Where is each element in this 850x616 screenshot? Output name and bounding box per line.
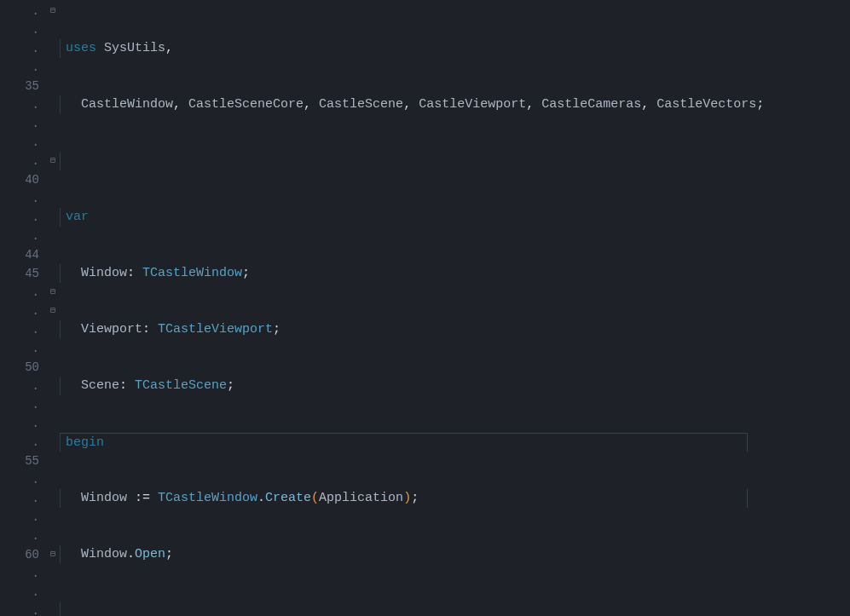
fold-column: ⊟ ⊟ ⊟ ⊟ ⊟ — [46, 0, 60, 616]
code-line[interactable]: begin — [60, 433, 748, 452]
line-number: . — [0, 227, 46, 245]
code-line[interactable]: var — [60, 208, 850, 227]
line-number: . — [0, 152, 46, 170]
line-number: . — [0, 470, 46, 489]
code-line[interactable]: CastleWindow, CastleSceneCore, CastleSce… — [60, 95, 850, 114]
line-number: . — [0, 414, 46, 433]
line-number: . — [0, 283, 46, 302]
line-number: . — [0, 95, 46, 114]
line-number: . — [0, 583, 46, 602]
line-number: . — [0, 602, 46, 616]
line-number: . — [0, 20, 46, 39]
line-number: 50 — [0, 358, 46, 377]
line-number: . — [0, 58, 46, 77]
line-number: 60 — [0, 545, 46, 564]
line-gutter: . . . . 35 . . . . 40 . . . 44 45 . . . … — [0, 0, 46, 616]
line-number: 55 — [0, 452, 46, 470]
line-number: . — [0, 489, 46, 508]
code-line[interactable]: Window := TCastleWindow.Create(Applicati… — [60, 489, 748, 508]
line-number: . — [0, 2, 46, 20]
fold-toggle[interactable]: ⊟ — [46, 283, 60, 302]
code-line[interactable]: Window.Open; — [60, 545, 850, 564]
line-number: . — [0, 377, 46, 395]
fold-toggle[interactable]: ⊟ — [46, 2, 60, 20]
code-content[interactable]: uses SysUtils, CastleWindow, CastleScene… — [60, 0, 850, 616]
line-number: . — [0, 189, 46, 208]
fold-toggle[interactable]: ⊟ — [46, 545, 60, 564]
line-number: . — [0, 564, 46, 583]
line-number: . — [0, 508, 46, 527]
code-editor[interactable]: . . . . 35 . . . . 40 . . . 44 45 . . . … — [0, 0, 850, 616]
fold-toggle[interactable]: ⊟ — [46, 302, 60, 320]
code-line[interactable]: uses SysUtils, — [60, 39, 850, 58]
code-line[interactable]: Viewport: TCastleViewport; — [60, 320, 850, 339]
code-line[interactable] — [60, 152, 850, 170]
line-number: . — [0, 433, 46, 452]
line-number: 45 — [0, 264, 46, 283]
line-number: . — [0, 114, 46, 133]
line-number: . — [0, 320, 46, 339]
line-number: . — [0, 395, 46, 414]
line-number: . — [0, 527, 46, 545]
line-number: . — [0, 208, 46, 227]
line-number: 44 — [0, 245, 46, 264]
line-number: 40 — [0, 170, 46, 189]
fold-toggle[interactable]: ⊟ — [46, 152, 60, 170]
line-number: . — [0, 302, 46, 320]
code-line[interactable] — [60, 602, 850, 616]
line-number: . — [0, 133, 46, 152]
code-line[interactable]: Scene: TCastleScene; — [60, 377, 850, 395]
line-number: . — [0, 339, 46, 358]
line-number: 35 — [0, 77, 46, 95]
line-number: . — [0, 39, 46, 58]
code-line[interactable]: Window: TCastleWindow; — [60, 264, 850, 283]
